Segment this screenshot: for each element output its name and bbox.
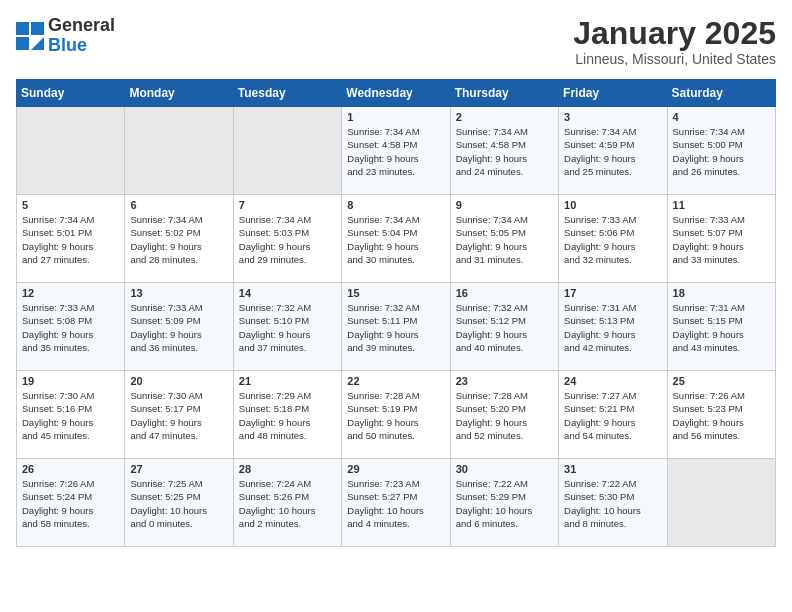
day-info: Sunrise: 7:32 AM Sunset: 5:12 PM Dayligh… — [456, 301, 553, 354]
day-info: Sunrise: 7:34 AM Sunset: 4:58 PM Dayligh… — [456, 125, 553, 178]
day-info: Sunrise: 7:33 AM Sunset: 5:08 PM Dayligh… — [22, 301, 119, 354]
calendar-cell: 20Sunrise: 7:30 AM Sunset: 5:17 PM Dayli… — [125, 371, 233, 459]
day-number: 9 — [456, 199, 553, 211]
day-info: Sunrise: 7:27 AM Sunset: 5:21 PM Dayligh… — [564, 389, 661, 442]
calendar-cell: 11Sunrise: 7:33 AM Sunset: 5:07 PM Dayli… — [667, 195, 775, 283]
column-header-monday: Monday — [125, 80, 233, 107]
day-info: Sunrise: 7:23 AM Sunset: 5:27 PM Dayligh… — [347, 477, 444, 530]
day-number: 5 — [22, 199, 119, 211]
column-header-thursday: Thursday — [450, 80, 558, 107]
calendar-cell: 9Sunrise: 7:34 AM Sunset: 5:05 PM Daylig… — [450, 195, 558, 283]
column-header-tuesday: Tuesday — [233, 80, 341, 107]
calendar-cell: 18Sunrise: 7:31 AM Sunset: 5:15 PM Dayli… — [667, 283, 775, 371]
day-info: Sunrise: 7:34 AM Sunset: 5:02 PM Dayligh… — [130, 213, 227, 266]
calendar-cell: 15Sunrise: 7:32 AM Sunset: 5:11 PM Dayli… — [342, 283, 450, 371]
day-info: Sunrise: 7:34 AM Sunset: 5:03 PM Dayligh… — [239, 213, 336, 266]
calendar-cell: 27Sunrise: 7:25 AM Sunset: 5:25 PM Dayli… — [125, 459, 233, 547]
calendar-cell: 5Sunrise: 7:34 AM Sunset: 5:01 PM Daylig… — [17, 195, 125, 283]
day-number: 27 — [130, 463, 227, 475]
day-info: Sunrise: 7:26 AM Sunset: 5:23 PM Dayligh… — [673, 389, 770, 442]
calendar-cell: 30Sunrise: 7:22 AM Sunset: 5:29 PM Dayli… — [450, 459, 558, 547]
calendar-cell — [17, 107, 125, 195]
calendar-cell: 22Sunrise: 7:28 AM Sunset: 5:19 PM Dayli… — [342, 371, 450, 459]
calendar-cell: 10Sunrise: 7:33 AM Sunset: 5:06 PM Dayli… — [559, 195, 667, 283]
day-info: Sunrise: 7:34 AM Sunset: 4:59 PM Dayligh… — [564, 125, 661, 178]
svg-marker-3 — [31, 37, 44, 50]
location-title: Linneus, Missouri, United States — [573, 51, 776, 67]
day-number: 19 — [22, 375, 119, 387]
day-info: Sunrise: 7:25 AM Sunset: 5:25 PM Dayligh… — [130, 477, 227, 530]
calendar-cell: 13Sunrise: 7:33 AM Sunset: 5:09 PM Dayli… — [125, 283, 233, 371]
calendar-cell: 25Sunrise: 7:26 AM Sunset: 5:23 PM Dayli… — [667, 371, 775, 459]
day-number: 20 — [130, 375, 227, 387]
day-number: 10 — [564, 199, 661, 211]
day-info: Sunrise: 7:33 AM Sunset: 5:09 PM Dayligh… — [130, 301, 227, 354]
title-block: January 2025 Linneus, Missouri, United S… — [573, 16, 776, 67]
day-number: 13 — [130, 287, 227, 299]
day-info: Sunrise: 7:34 AM Sunset: 5:05 PM Dayligh… — [456, 213, 553, 266]
calendar-table: SundayMondayTuesdayWednesdayThursdayFrid… — [16, 79, 776, 547]
day-number: 28 — [239, 463, 336, 475]
day-number: 15 — [347, 287, 444, 299]
day-number: 17 — [564, 287, 661, 299]
day-number: 16 — [456, 287, 553, 299]
day-number: 14 — [239, 287, 336, 299]
calendar-cell: 23Sunrise: 7:28 AM Sunset: 5:20 PM Dayli… — [450, 371, 558, 459]
day-info: Sunrise: 7:32 AM Sunset: 5:11 PM Dayligh… — [347, 301, 444, 354]
day-info: Sunrise: 7:29 AM Sunset: 5:18 PM Dayligh… — [239, 389, 336, 442]
calendar-cell: 7Sunrise: 7:34 AM Sunset: 5:03 PM Daylig… — [233, 195, 341, 283]
day-number: 18 — [673, 287, 770, 299]
calendar-cell: 6Sunrise: 7:34 AM Sunset: 5:02 PM Daylig… — [125, 195, 233, 283]
day-number: 22 — [347, 375, 444, 387]
calendar-cell: 29Sunrise: 7:23 AM Sunset: 5:27 PM Dayli… — [342, 459, 450, 547]
day-info: Sunrise: 7:34 AM Sunset: 4:58 PM Dayligh… — [347, 125, 444, 178]
day-number: 25 — [673, 375, 770, 387]
day-number: 2 — [456, 111, 553, 123]
day-info: Sunrise: 7:31 AM Sunset: 5:13 PM Dayligh… — [564, 301, 661, 354]
day-number: 4 — [673, 111, 770, 123]
column-header-friday: Friday — [559, 80, 667, 107]
logo-line2: Blue — [48, 36, 115, 56]
day-info: Sunrise: 7:22 AM Sunset: 5:30 PM Dayligh… — [564, 477, 661, 530]
day-info: Sunrise: 7:33 AM Sunset: 5:07 PM Dayligh… — [673, 213, 770, 266]
day-info: Sunrise: 7:33 AM Sunset: 5:06 PM Dayligh… — [564, 213, 661, 266]
day-number: 30 — [456, 463, 553, 475]
day-number: 26 — [22, 463, 119, 475]
calendar-cell: 17Sunrise: 7:31 AM Sunset: 5:13 PM Dayli… — [559, 283, 667, 371]
calendar-cell: 26Sunrise: 7:26 AM Sunset: 5:24 PM Dayli… — [17, 459, 125, 547]
day-info: Sunrise: 7:30 AM Sunset: 5:17 PM Dayligh… — [130, 389, 227, 442]
column-header-saturday: Saturday — [667, 80, 775, 107]
calendar-cell: 31Sunrise: 7:22 AM Sunset: 5:30 PM Dayli… — [559, 459, 667, 547]
calendar-cell: 4Sunrise: 7:34 AM Sunset: 5:00 PM Daylig… — [667, 107, 775, 195]
day-info: Sunrise: 7:34 AM Sunset: 5:01 PM Dayligh… — [22, 213, 119, 266]
calendar-cell: 12Sunrise: 7:33 AM Sunset: 5:08 PM Dayli… — [17, 283, 125, 371]
svg-rect-2 — [16, 37, 29, 50]
calendar-cell: 8Sunrise: 7:34 AM Sunset: 5:04 PM Daylig… — [342, 195, 450, 283]
day-info: Sunrise: 7:28 AM Sunset: 5:19 PM Dayligh… — [347, 389, 444, 442]
calendar-cell: 14Sunrise: 7:32 AM Sunset: 5:10 PM Dayli… — [233, 283, 341, 371]
calendar-cell: 1Sunrise: 7:34 AM Sunset: 4:58 PM Daylig… — [342, 107, 450, 195]
svg-rect-1 — [31, 22, 44, 35]
day-info: Sunrise: 7:34 AM Sunset: 5:04 PM Dayligh… — [347, 213, 444, 266]
logo: General Blue — [16, 16, 115, 56]
day-number: 29 — [347, 463, 444, 475]
calendar-cell: 24Sunrise: 7:27 AM Sunset: 5:21 PM Dayli… — [559, 371, 667, 459]
calendar-cell: 28Sunrise: 7:24 AM Sunset: 5:26 PM Dayli… — [233, 459, 341, 547]
day-info: Sunrise: 7:30 AM Sunset: 5:16 PM Dayligh… — [22, 389, 119, 442]
month-title: January 2025 — [573, 16, 776, 51]
calendar-cell: 19Sunrise: 7:30 AM Sunset: 5:16 PM Dayli… — [17, 371, 125, 459]
logo-line1: General — [48, 16, 115, 36]
day-number: 11 — [673, 199, 770, 211]
day-info: Sunrise: 7:24 AM Sunset: 5:26 PM Dayligh… — [239, 477, 336, 530]
calendar-cell — [233, 107, 341, 195]
column-header-wednesday: Wednesday — [342, 80, 450, 107]
day-info: Sunrise: 7:22 AM Sunset: 5:29 PM Dayligh… — [456, 477, 553, 530]
day-number: 12 — [22, 287, 119, 299]
day-number: 1 — [347, 111, 444, 123]
svg-rect-0 — [16, 22, 29, 35]
day-number: 7 — [239, 199, 336, 211]
column-header-sunday: Sunday — [17, 80, 125, 107]
day-info: Sunrise: 7:26 AM Sunset: 5:24 PM Dayligh… — [22, 477, 119, 530]
day-info: Sunrise: 7:32 AM Sunset: 5:10 PM Dayligh… — [239, 301, 336, 354]
calendar-cell: 3Sunrise: 7:34 AM Sunset: 4:59 PM Daylig… — [559, 107, 667, 195]
